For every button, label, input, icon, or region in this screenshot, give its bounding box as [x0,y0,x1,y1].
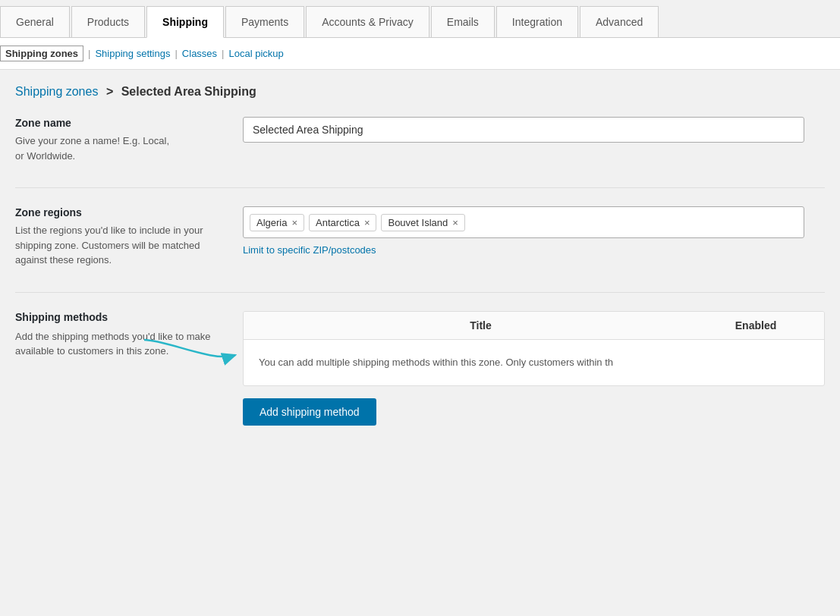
zone-regions-description: List the regions you'd like to include i… [15,223,228,268]
tag-antarctica-remove[interactable]: × [364,218,370,228]
tab-general[interactable]: General [0,6,70,37]
zone-regions-tags-input[interactable]: Algeria × Antarctica × Bouvet Island × [243,206,804,238]
table-body-text: You can add multiple shipping methods wi… [244,340,824,386]
tab-accounts-privacy[interactable]: Accounts & Privacy [306,6,429,37]
tag-bouvet-island: Bouvet Island × [381,214,464,231]
tag-antarctica: Antarctica × [309,214,376,231]
breadcrumb: Shipping zones > Selected Area Shipping [15,85,825,99]
breadcrumb-parent[interactable]: Shipping zones [15,85,98,98]
tab-shipping[interactable]: Shipping [146,6,224,38]
tab-integration[interactable]: Integration [496,6,578,37]
sub-nav: Shipping zones | Shipping settings | Cla… [0,38,840,70]
zone-name-section: Zone name Give your zone a name! E.g. Lo… [15,117,825,163]
tabs-bar: General Products Shipping Payments Accou… [0,0,840,38]
add-shipping-method-button[interactable]: Add shipping method [243,398,376,426]
tag-algeria-remove[interactable]: × [291,218,297,228]
shipping-methods-table: Title Enabled You can add multiple shipp… [243,311,825,387]
tab-emails[interactable]: Emails [431,6,495,37]
tab-products[interactable]: Products [71,6,145,37]
zone-name-description: Give your zone a name! E.g. Local, or Wo… [15,134,228,163]
zone-regions-section: Zone regions List the regions you'd like… [15,206,825,268]
subnav-classes[interactable]: Classes [182,48,217,59]
table-header: Title Enabled [244,312,824,340]
section-divider-1 [15,187,825,188]
table-header-title: Title [259,319,703,332]
limit-to-zip-link[interactable]: Limit to specific ZIP/postcodes [243,244,825,256]
zone-name-heading: Zone name [15,117,228,129]
section-divider-2 [15,292,825,293]
tab-payments[interactable]: Payments [225,6,304,37]
shipping-methods-heading: Shipping methods [15,311,108,323]
zone-regions-heading: Zone regions [15,206,228,218]
tag-bouvet-island-remove[interactable]: × [452,218,458,228]
subnav-local-pickup[interactable]: Local pickup [229,48,284,59]
subnav-shipping-settings[interactable]: Shipping settings [95,48,170,59]
subnav-shipping-zones[interactable]: Shipping zones [0,46,83,61]
breadcrumb-separator: > [106,85,113,98]
tag-algeria: Algeria × [250,214,304,231]
shipping-methods-description: Add the shipping methods you'd like to m… [15,329,228,359]
shipping-methods-section: Shipping methods Add the shipping method… [15,311,825,426]
tab-advanced[interactable]: Advanced [580,6,659,37]
breadcrumb-current: Selected Area Shipping [121,85,256,98]
table-header-enabled: Enabled [703,319,809,332]
zone-name-input[interactable] [243,117,804,143]
